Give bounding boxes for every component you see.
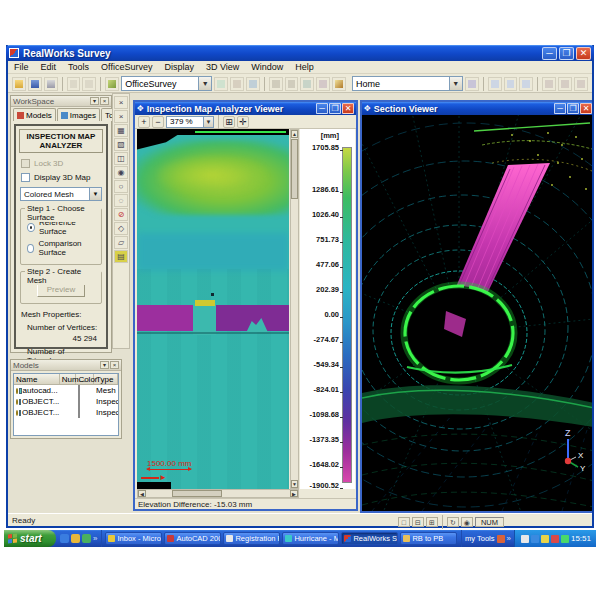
folder-icon[interactable] [71, 534, 80, 543]
tool-icon[interactable] [246, 77, 260, 91]
tray-icon[interactable] [541, 535, 549, 543]
reference-surface-radio[interactable] [27, 223, 35, 232]
tray-icon[interactable] [561, 535, 569, 543]
tool-icon[interactable]: ◌ [114, 194, 128, 207]
tool-icon[interactable]: ○ [114, 180, 128, 193]
column-type[interactable]: Type [94, 374, 118, 384]
tool-icon[interactable]: × [114, 110, 128, 123]
zoom-combobox[interactable]: 379 % ▼ [166, 116, 214, 128]
window-layout-icon[interactable] [574, 77, 588, 91]
scroll-left-icon[interactable]: ◀ [138, 490, 146, 497]
close-button[interactable]: ✕ [576, 47, 591, 60]
scroll-down-icon[interactable]: ▼ [291, 480, 298, 488]
tool-icon[interactable] [285, 77, 299, 91]
tool-shortcut-icon[interactable] [497, 535, 505, 543]
column-name[interactable]: Name [14, 374, 60, 384]
table-row[interactable]: OBJECT... Inspectio [14, 396, 118, 407]
tool-icon[interactable] [230, 77, 244, 91]
models-table-header[interactable]: Name Num... Color Type [14, 374, 118, 385]
models-panel-header[interactable]: Models ▾ × [11, 360, 121, 371]
chevron-down-icon[interactable]: ▼ [198, 77, 211, 90]
ie-icon[interactable] [60, 534, 69, 543]
task-realworks[interactable]: RealWorks Survey [341, 532, 398, 545]
pan-icon[interactable]: ✛ [237, 116, 249, 128]
target-icon[interactable] [105, 77, 119, 91]
tool-icon[interactable]: ◉ [114, 166, 128, 179]
tray-icon[interactable] [531, 535, 539, 543]
camera-icon[interactable]: ◉ [461, 517, 473, 527]
scroll-right-icon[interactable]: ▶ [290, 490, 298, 497]
comparison-surface-radio[interactable] [27, 244, 34, 253]
tool-icon[interactable]: ▱ [114, 236, 128, 249]
menu-help[interactable]: Help [289, 62, 320, 72]
section-canvas[interactable]: Z X Y [362, 115, 592, 511]
task-registration[interactable]: Registration Rep... [223, 532, 280, 545]
layout-grid-icon[interactable]: ⊞ [426, 517, 438, 527]
tool-icon[interactable] [269, 77, 283, 91]
tool-icon[interactable]: ▧ [114, 138, 128, 151]
minimize-button[interactable]: ─ [554, 103, 566, 114]
window-layout-icon[interactable] [542, 77, 556, 91]
scroll-up-icon[interactable]: ▲ [291, 130, 298, 138]
visibility-icon[interactable] [16, 399, 18, 405]
tool-icon[interactable] [316, 77, 330, 91]
chevron-down-icon[interactable]: ▼ [89, 188, 101, 200]
layout-split-h-icon[interactable]: ⊟ [412, 517, 424, 527]
open-icon[interactable] [12, 77, 26, 91]
window-layout-icon[interactable] [504, 77, 518, 91]
task-autocad[interactable]: AutoCAD 2002 [164, 532, 221, 545]
tool-icon[interactable] [214, 77, 228, 91]
maximize-button[interactable]: ❐ [567, 103, 579, 114]
tray-icon[interactable] [521, 535, 529, 543]
menu-file[interactable]: File [8, 62, 35, 72]
desktop-icon[interactable] [82, 534, 91, 543]
close-icon[interactable]: × [100, 97, 109, 105]
tool-icon[interactable]: ▦ [114, 124, 128, 137]
pencil-icon[interactable] [332, 77, 346, 91]
lock3d-checkbox[interactable] [21, 159, 30, 168]
imav-titlebar[interactable]: ✥ Inspection Map Analyzer Viewer ─ ❐ ✕ [135, 102, 356, 115]
tray-icon[interactable] [551, 535, 559, 543]
chevron-more-icon[interactable]: » [93, 534, 97, 543]
menu-officesurvey[interactable]: OfficeSurvey [95, 62, 158, 72]
close-button[interactable]: ✕ [342, 103, 354, 114]
app-titlebar[interactable]: RealWorks Survey ─ ❐ ✕ [6, 45, 594, 61]
chevron-more-icon[interactable]: » [507, 534, 511, 543]
task-hurricane[interactable]: Hurricane - Micro... [282, 532, 339, 545]
window-layout-icon[interactable] [558, 77, 572, 91]
task-inbox[interactable]: Inbox - Microsof... [105, 532, 162, 545]
start-button[interactable]: start [4, 530, 56, 547]
redo-icon[interactable] [82, 77, 96, 91]
map-horizontal-scrollbar[interactable]: ◀ ▶ [137, 489, 299, 498]
zoom-out-icon[interactable]: − [152, 116, 164, 128]
section-titlebar[interactable]: ✥ Section Viewer ─ ❐ ✕ [362, 102, 592, 115]
pin-icon[interactable]: ▾ [90, 97, 99, 105]
visibility-icon[interactable] [16, 388, 18, 394]
column-num[interactable]: Num... [60, 374, 77, 384]
mytools-toolbar[interactable]: my Tools » [461, 530, 514, 547]
workspace-panel-header[interactable]: WorkSpace ▾ × [11, 96, 111, 107]
table-row[interactable]: autocad... Mesh [14, 385, 118, 396]
display3dmap-checkbox[interactable] [21, 173, 30, 182]
window-layout-icon[interactable] [519, 77, 533, 91]
print-icon[interactable] [44, 77, 58, 91]
scrollbar-thumb[interactable] [172, 490, 222, 497]
tool-icon[interactable]: × [114, 96, 128, 109]
tab-images[interactable]: Images [57, 108, 100, 121]
tool-icon[interactable]: ◇ [114, 222, 128, 235]
meshtype-combobox[interactable]: Colored Mesh ▼ [20, 187, 102, 201]
tool-icon[interactable]: ⊘ [114, 208, 128, 221]
close-icon[interactable]: × [110, 361, 119, 369]
menu-display[interactable]: Display [158, 62, 200, 72]
tool-icon[interactable]: ▤ [114, 250, 128, 263]
visibility-icon[interactable] [16, 410, 18, 416]
map-vertical-scrollbar[interactable]: ▲ ▼ [290, 129, 299, 489]
scrollbar-thumb[interactable] [291, 139, 298, 199]
window-layout-icon[interactable] [488, 77, 502, 91]
minimize-button[interactable]: ─ [542, 47, 557, 60]
mode-combobox[interactable]: OfficeSurvey ▼ [121, 76, 212, 91]
tool-icon[interactable] [300, 77, 314, 91]
maximize-button[interactable]: ❐ [329, 103, 341, 114]
undo-icon[interactable] [67, 77, 81, 91]
zoom-in-icon[interactable]: + [138, 116, 150, 128]
